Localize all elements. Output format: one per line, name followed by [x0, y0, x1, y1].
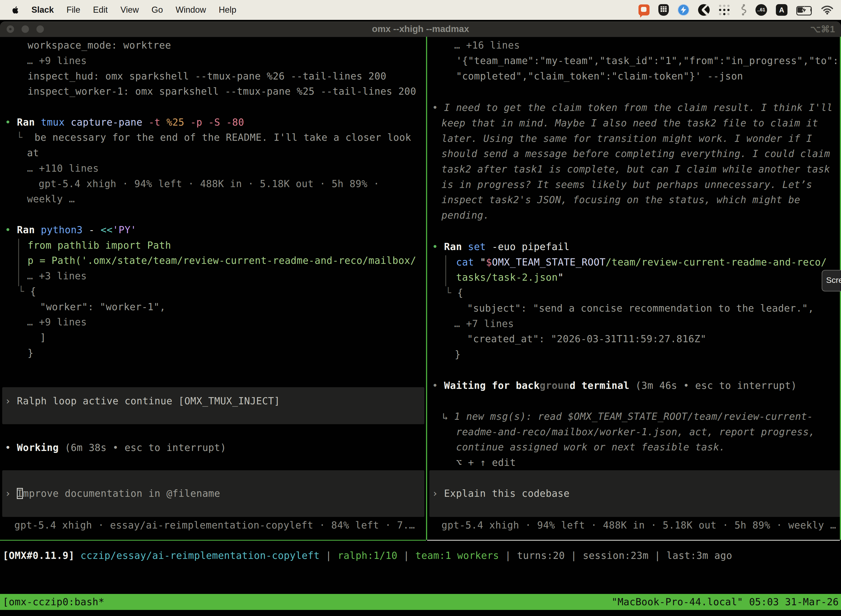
shield-grid-icon[interactable]	[658, 4, 669, 16]
terminal-line: … +9 lines	[27, 53, 87, 69]
terminal-line: … +16 lines	[454, 38, 520, 53]
pane-divider[interactable]	[426, 37, 427, 540]
menu-item-go[interactable]: Go	[151, 5, 163, 15]
terminal-line: • Working (6m 38s • esc to interrupt)	[5, 440, 226, 455]
wifi-icon[interactable]	[821, 5, 833, 15]
menu-item-file[interactable]: File	[66, 5, 80, 15]
terminal-line: pending.	[441, 208, 489, 223]
pane-right-bottom-border	[427, 540, 840, 541]
terminal-line: p = Path('.omx/state/team/review-current…	[28, 253, 416, 268]
terminal-line: ⌥ + ↑ edit	[456, 455, 516, 470]
menu-app-name[interactable]: Slack	[31, 5, 54, 15]
terminal-line: └ {	[445, 285, 463, 301]
terminal-line: inspect_hud: omx sparkshell --tmux-pane …	[28, 69, 386, 84]
menu-items: FileEditViewGoWindowHelp	[66, 5, 236, 15]
output-connector-line	[445, 255, 446, 286]
battery-icon[interactable]	[796, 6, 812, 14]
terminal-line: from pathlib import Path	[28, 238, 171, 253]
character-a-icon[interactable]: A	[776, 4, 787, 16]
terminal-line: gpt-5.4 xhigh · 94% left · 488K in · 5.1…	[39, 176, 379, 192]
badge-61-icon[interactable]: ..61	[756, 4, 767, 16]
status-line-text: [OMX#0.11.9] cczip/essay/ai-reimplementa…	[3, 548, 732, 563]
terminal-line: • Waiting for background terminal (3m 46…	[432, 378, 797, 393]
terminal-line: is in progress? It seems likely but perh…	[441, 177, 812, 192]
terminal-line: readme-and-reco/mailbox/worker-1.json, a…	[456, 424, 815, 440]
terminal-line: … +110 lines	[27, 161, 99, 176]
terminal-line: › Improve documentation in @filename	[5, 486, 220, 501]
output-connector-line	[18, 239, 19, 286]
terminal-line: task2 after task1 is complete, but can I…	[441, 161, 830, 177]
terminal-line: weekly …	[27, 191, 75, 207]
terminal-line: "completed","claim_token":"claim-token"}…	[456, 69, 743, 84]
terminal-line: gpt-5.4 xhigh · essay/ai-reimplementatio…	[14, 518, 415, 533]
terminal-line: "worker": "worker-1",	[40, 299, 166, 315]
terminal-line: └ {	[18, 284, 36, 299]
scooter-icon[interactable]	[740, 4, 747, 16]
kaleidoscope-icon[interactable]	[698, 4, 710, 16]
menu-item-edit[interactable]: Edit	[93, 5, 108, 15]
terminal-line: ↳ 1 new msg(s): read $OMX_TEAM_STATE_ROO…	[442, 409, 813, 424]
terminal-line: • Ran tmux capture-pane -t %25 -p -S -80	[5, 114, 244, 130]
bolt-circle-icon[interactable]	[678, 4, 689, 16]
terminal-line: gpt-5.4 xhigh · 94% left · 488K in · 5.1…	[441, 518, 836, 533]
chat-app-icon[interactable]	[639, 4, 649, 15]
tmux-session-label[interactable]: [omx-cczip0:bash*	[3, 594, 104, 610]
terminal-line: }	[455, 347, 461, 362]
terminal-line: "created_at": "2026-03-31T11:59:27.816Z"	[467, 331, 706, 347]
terminal-line: later. Using the same for transition mig…	[441, 131, 812, 146]
terminal-line: }	[28, 345, 34, 361]
terminal-line: "subject": "send a concise recommendatio…	[467, 301, 814, 316]
terminal-line: … +7 lines	[454, 316, 514, 331]
menu-item-window[interactable]: Window	[176, 5, 206, 15]
terminal-line: tasks/task-2.json"	[456, 270, 564, 285]
terminal-line: at	[27, 145, 39, 161]
terminal-line: workspace_mode: worktree	[28, 38, 171, 53]
tmux-host-clock: "MacBook-Pro-44.local" 05:03 31-Mar-26	[611, 594, 839, 610]
terminal-line: … +9 lines	[27, 314, 87, 330]
terminal-line: • Ran python3 - <<'PY'	[5, 222, 136, 238]
terminal-pane-right[interactable]: … +16 lines'{"team_name":"my-team","task…	[427, 37, 841, 540]
screen-tooltip: Scre	[822, 270, 841, 292]
terminal-line: • Ran set -euo pipefail	[432, 239, 570, 254]
terminal-line: • I need to get the claim token from the…	[432, 100, 833, 115]
terminal-pane-left[interactable]: workspace_mode: worktree… +9 linesinspec…	[0, 37, 426, 540]
terminal-line: … +3 lines	[27, 268, 87, 284]
terminal-line: › Explain this codebase	[432, 486, 570, 501]
omx-status-line: [OMX#0.11.9] cczip/essay/ai-reimplementa…	[0, 548, 841, 563]
terminal-line: inspect_worker-1: omx sparkshell --tmux-…	[28, 84, 416, 99]
macos-menu-bar: Slack FileEditViewGoWindowHelp ..61 A	[0, 0, 841, 20]
menu-bar-status-icons: ..61 A	[639, 4, 841, 16]
window-title: omx --xhigh --madmax	[0, 24, 841, 34]
tmux-status-bar: [omx-cczip0:bash* "MacBook-Pro-44.local"…	[0, 594, 841, 610]
terminal-line: └ be necessary for the end of the README…	[16, 130, 411, 145]
pane-left-bottom-border	[0, 540, 426, 541]
menu-bar-left: Slack FileEditViewGoWindowHelp	[0, 5, 236, 15]
terminal-line: inspect task2's JSON, focusing on the st…	[441, 192, 800, 208]
window-shortcut-hint: ⌥⌘1	[810, 24, 835, 35]
terminal-line: ]	[40, 330, 46, 345]
terminal-line: cat "$OMX_TEAM_STATE_ROOT/team/review-cu…	[456, 254, 827, 270]
apple-menu-icon[interactable]	[12, 6, 19, 14]
terminal-line: continue assigned work or next feasible …	[456, 439, 725, 455]
terminal-line: keep that in mind. Maybe I also need the…	[441, 115, 818, 131]
menu-item-help[interactable]: Help	[219, 5, 236, 15]
terminal-line: '{"team_name":"my-team","task_id":"1","f…	[456, 53, 839, 69]
menu-item-view[interactable]: View	[120, 5, 139, 15]
app-grid-icon[interactable]	[718, 4, 731, 16]
terminal-line: should send a message before completing …	[441, 146, 830, 161]
terminal-line: › Ralph loop active continue [OMX_TMUX_I…	[5, 393, 280, 409]
